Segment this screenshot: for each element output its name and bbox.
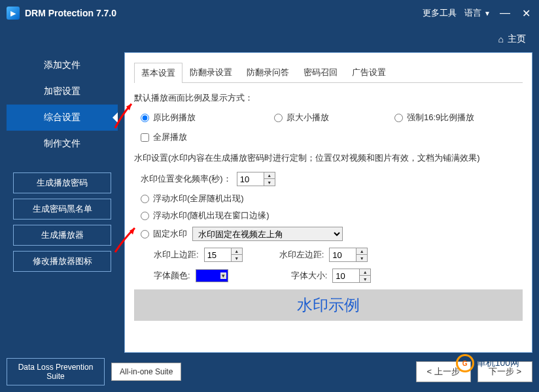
next-button[interactable]: 下一步 > (478, 361, 532, 382)
spin-up-icon[interactable]: ▲ (232, 248, 242, 255)
margin-top-label: 水印上边距: (154, 249, 199, 261)
tab-antirecord-qa[interactable]: 防翻录问答 (239, 62, 296, 82)
breadcrumb-home[interactable]: 主页 (508, 33, 526, 45)
radio-original-size-input[interactable] (274, 114, 283, 122)
sidebar-btn-gen-password[interactable]: 生成播放密码 (13, 172, 111, 193)
more-tools-link[interactable]: 更多工具 (423, 7, 457, 19)
titlebar: ▶ DRM Protection 7.7.0 更多工具 语言 ▼ — ✕ (0, 0, 539, 26)
sidebar-item-make-file[interactable]: 制作文件 (7, 131, 118, 157)
fixed-position-select[interactable]: 水印固定在视频左上角 (192, 227, 343, 241)
sidebar-btn-modify-icon[interactable]: 修改播放器图标 (13, 251, 111, 272)
spin-down-icon[interactable]: ▼ (360, 276, 370, 282)
spin-up-icon[interactable]: ▲ (356, 248, 367, 255)
margin-top-input[interactable] (205, 250, 231, 260)
margin-left-label: 水印左边距: (279, 249, 324, 261)
freq-input[interactable] (237, 174, 264, 184)
checkbox-fullscreen[interactable]: 全屏播放 (141, 131, 523, 143)
radio-original-ratio[interactable]: 原比例播放 (141, 112, 196, 123)
close-button[interactable]: ✕ (519, 7, 532, 20)
margin-left-spinner[interactable]: ▲▼ (329, 248, 368, 262)
radio-float-full-input[interactable] (141, 195, 149, 203)
radio-float-edge-input[interactable] (141, 212, 149, 220)
watermark-preview: 水印示例 (134, 289, 523, 321)
prev-button[interactable]: < 上一步 (416, 361, 471, 382)
app-icon: ▶ (7, 7, 20, 20)
font-color-label: 字体颜色: (154, 270, 190, 282)
language-dropdown[interactable]: 语言 ▼ (464, 7, 491, 19)
spin-up-icon[interactable]: ▲ (264, 172, 275, 179)
radio-float-edge[interactable]: 浮动水印(随机出现在窗口边缘) (141, 210, 523, 221)
freq-spinner[interactable]: ▲▼ (237, 172, 275, 186)
app-title: DRM Protection 7.7.0 (25, 8, 423, 18)
footer-suite2-button[interactable]: All-in-one Suite (111, 363, 181, 381)
spin-up-icon[interactable]: ▲ (360, 269, 370, 276)
tab-password-recall[interactable]: 密码召回 (296, 62, 345, 82)
radio-fixed-input[interactable] (141, 230, 149, 238)
tab-basic[interactable]: 基本设置 (134, 63, 183, 83)
sidebar-btn-gen-player[interactable]: 生成播放器 (13, 225, 111, 246)
radio-force-169-input[interactable] (394, 114, 403, 122)
checkbox-fullscreen-input[interactable] (141, 133, 149, 142)
sidebar-item-general[interactable]: 综合设置 (7, 105, 118, 131)
radio-original-ratio-input[interactable] (141, 114, 149, 122)
breadcrumb: ⌂ 主页 (0, 26, 539, 52)
tab-ads[interactable]: 广告设置 (345, 62, 393, 82)
footer: Data Loss Prevention Suite All-in-one Su… (7, 358, 532, 385)
tab-antirecord[interactable]: 防翻录设置 (183, 62, 239, 82)
margin-left-input[interactable] (330, 250, 356, 260)
radio-fixed[interactable]: 固定水印 (141, 228, 187, 240)
font-size-spinner[interactable]: ▲▼ (332, 269, 371, 283)
sidebar-btn-gen-blacklist[interactable]: 生成密码黑名单 (13, 199, 111, 220)
tabs: 基本设置 防翻录设置 防翻录问答 密码召回 广告设置 (134, 62, 523, 83)
minimize-button[interactable]: — (498, 7, 512, 19)
spin-down-icon[interactable]: ▼ (232, 255, 242, 261)
svg-marker-0 (126, 104, 131, 110)
font-size-input[interactable] (333, 271, 359, 281)
chevron-down-icon: ▼ (484, 10, 491, 17)
footer-suite1-button[interactable]: Data Loss Prevention Suite (7, 358, 105, 385)
sidebar-item-add-file[interactable]: 添加文件 (7, 52, 118, 78)
sidebar-item-encrypt[interactable]: 加密设置 (7, 78, 118, 105)
home-icon[interactable]: ⌂ (498, 34, 504, 44)
spin-down-icon[interactable]: ▼ (356, 255, 367, 261)
content-panel: 基本设置 防翻录设置 防翻录问答 密码召回 广告设置 默认播放画面比例及显示方式… (124, 52, 532, 353)
sidebar: 添加文件 加密设置 综合设置 制作文件 生成播放密码 生成密码黑名单 生成播放器… (7, 52, 118, 353)
radio-force-169[interactable]: 强制16:9比例播放 (394, 112, 474, 123)
spin-down-icon[interactable]: ▼ (264, 179, 275, 186)
radio-original-size[interactable]: 原大小播放 (274, 112, 329, 123)
freq-label: 水印位置变化频率(秒)： (141, 173, 232, 185)
watermark-section-label: 水印设置(水印内容在生成播放密码时进行定制；位置仅对视频和图片有效，文档为铺满效… (134, 152, 523, 164)
font-size-label: 字体大小: (291, 270, 328, 282)
font-color-picker[interactable] (196, 269, 228, 282)
margin-top-spinner[interactable]: ▲▼ (204, 248, 243, 262)
display-mode-label: 默认播放画面比例及显示方式： (134, 92, 523, 104)
radio-float-full[interactable]: 浮动水印(全屏随机出现) (141, 193, 523, 204)
